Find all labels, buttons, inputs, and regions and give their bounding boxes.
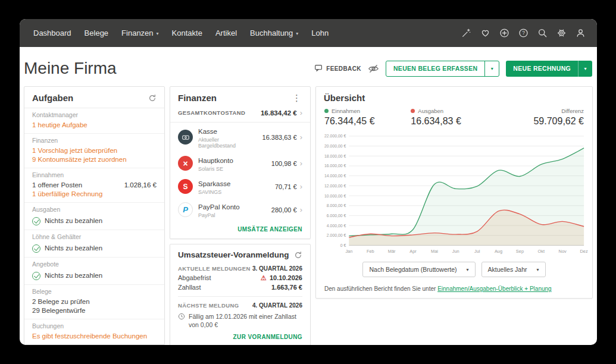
new-invoice-dropdown[interactable]: ▾ <box>578 61 592 77</box>
nav-artikel[interactable]: Artikel <box>209 25 243 41</box>
svg-text:Jun: Jun <box>452 249 459 254</box>
nav-belege[interactable]: Belege <box>78 25 115 41</box>
svg-text:Jul: Jul <box>474 249 480 254</box>
expenses-dot-icon <box>411 109 415 113</box>
gear-icon[interactable] <box>554 25 570 41</box>
solaris-bank-icon: × <box>178 156 193 171</box>
tasks-card-title: Aufgaben <box>32 93 73 103</box>
cash-icon <box>178 130 193 145</box>
divider <box>178 296 302 297</box>
refresh-icon[interactable] <box>294 251 302 259</box>
dashboard-content: Aufgaben Kontaktmanager 1 heutige Aufgab… <box>20 86 597 345</box>
vat-card-title: Umsatzsteuer-Voranmeldung <box>178 250 289 259</box>
account-row-kasse[interactable]: Kasse Aktueller Bargeldbestand 16.383,63… <box>170 123 310 152</box>
eye-off-icon[interactable] <box>368 63 379 74</box>
feedback-button[interactable]: FEEDBACK <box>314 64 361 74</box>
new-invoice-button[interactable]: NEUE RECHNUNG <box>506 61 578 77</box>
svg-text:12.000,00 €: 12.000,00 € <box>324 184 346 188</box>
stat-income: Einnahmen 76.344,45 € <box>324 108 411 127</box>
plus-circle-icon[interactable] <box>496 25 512 41</box>
nav-dashboard[interactable]: Dashboard <box>27 25 78 41</box>
check-circle-icon <box>32 244 40 253</box>
vat-deadline-row: Abgabefrist ⚠10.10.2026 <box>170 273 310 283</box>
clock-icon <box>178 313 185 320</box>
overview-card: Übersicht Einnahmen 76.344,45 € Ausgaben… <box>315 86 593 299</box>
kebab-menu-icon[interactable]: ⋮ <box>291 93 302 102</box>
sparkasse-bank-icon: S <box>178 179 193 194</box>
chevron-right-icon: › <box>300 206 302 214</box>
chevron-down-icon: ▾ <box>157 31 159 36</box>
middle-column: Finanzen ⋮ GESAMTKONTOSTAND 16.834,42 €›… <box>170 86 311 345</box>
task-row-open-item[interactable]: 1 offener Posten 1.028,16 € <box>32 181 157 190</box>
chevron-down-icon: ▾ <box>296 31 298 36</box>
overview-card-title: Übersicht <box>324 93 365 103</box>
vat-card-header: Umsatzsteuer-Voranmeldung <box>170 244 310 264</box>
finances-card: Finanzen ⋮ GESAMTKONTOSTAND 16.834,42 €›… <box>170 86 311 239</box>
help-icon[interactable]: ? <box>515 25 531 41</box>
task-item-done: Nichts zu bezahlen <box>32 270 157 281</box>
nav-buchhaltung[interactable]: Buchhaltung▾ <box>243 25 305 41</box>
nav-finanzen[interactable]: Finanzen▾ <box>115 25 165 41</box>
task-section-loehne: Löhne & Gehälter Nichts zu bezahlen <box>24 230 164 258</box>
total-balance-row[interactable]: GESAMTKONTOSTAND 16.834,42 €› <box>170 108 310 123</box>
warning-icon: ⚠ <box>261 275 267 281</box>
task-link[interactable]: 29 Belegentwürfe <box>32 306 157 315</box>
header-actions: FEEDBACK NEUEN BELEG ERFASSEN ▾ NEUE REC… <box>314 61 592 77</box>
chevron-right-icon: › <box>300 133 302 141</box>
svg-text:22.000,00 €: 22.000,00 € <box>324 134 346 138</box>
paypal-icon: P <box>178 202 193 217</box>
task-link[interactable]: 1 überfällige Rechnung <box>32 190 157 199</box>
task-item-done: Nichts zu bezahlen <box>32 215 157 226</box>
finances-card-header: Finanzen ⋮ <box>170 87 310 108</box>
svg-text:2.000,00 €: 2.000,00 € <box>327 233 346 237</box>
svg-text:Apr: Apr <box>409 249 417 254</box>
task-section-belege: Belege 2 Belege zu prüfen 29 Belegentwür… <box>24 285 164 319</box>
magic-wand-icon[interactable] <box>458 25 474 41</box>
heart-icon[interactable] <box>477 25 493 41</box>
nav-icons: ? <box>458 25 589 41</box>
account-row-sparkasse[interactable]: S Sparkasse SAVINGS 70,71 €› <box>170 175 310 198</box>
task-link[interactable]: 1 heutige Aufgabe <box>32 121 157 130</box>
svg-text:Sep: Sep <box>516 249 524 254</box>
account-row-paypal[interactable]: P PayPal Konto PayPal 280,00 €› <box>170 198 310 221</box>
filter-belegdatum-select[interactable]: Nach Belegdatum (Bruttowerte) ▾ <box>362 262 475 277</box>
svg-text:Aug: Aug <box>495 249 502 254</box>
chevron-down-icon: ▾ <box>491 66 493 71</box>
search-icon[interactable] <box>534 25 551 41</box>
nav-kontakte[interactable]: Kontakte <box>165 25 209 41</box>
chevron-right-icon: › <box>300 183 302 190</box>
account-row-hauptkonto[interactable]: × Hauptkonto Solaris SE 100,98 €› <box>170 152 310 175</box>
task-section-einnahmen: Einnahmen 1 offener Posten 1.028,16 € 1 … <box>24 168 164 203</box>
svg-text:Feb: Feb <box>367 249 374 254</box>
task-section-ausgaben: Ausgaben Nichts zu bezahlen <box>24 203 164 230</box>
overview-stats: Einnahmen 76.344,45 € Ausgaben 16.634,83… <box>316 108 592 130</box>
filter-year-select[interactable]: Aktuelles Jahr ▾ <box>481 262 546 277</box>
chevron-down-icon: ▾ <box>467 267 469 272</box>
nav-items: Dashboard Belege Finanzen▾ Kontakte Arti… <box>27 25 335 41</box>
refresh-icon[interactable] <box>148 94 157 102</box>
nav-lohn[interactable]: Lohn <box>305 25 335 41</box>
income-dot-icon <box>324 109 329 113</box>
new-receipt-button[interactable]: NEUEN BELEG ERFASSEN <box>386 61 484 76</box>
task-link[interactable]: 1 Vorschlag jetzt überprüfen <box>32 146 157 155</box>
vat-next-row: NÄCHSTE MELDUNG 4. QUARTAL 2026 <box>170 301 310 310</box>
new-receipt-dropdown[interactable]: ▾ <box>484 61 499 76</box>
vat-report-link[interactable]: ZUR VORANMELDUNG <box>170 329 310 345</box>
app-window: Dashboard Belege Finanzen▾ Kontakte Arti… <box>20 19 597 345</box>
top-nav: Dashboard Belege Finanzen▾ Kontakte Arti… <box>20 19 597 47</box>
chevron-down-icon: ▾ <box>584 66 586 71</box>
overview-card-header: Übersicht <box>316 87 592 108</box>
user-icon[interactable] <box>573 25 589 41</box>
svg-text:18.000,00 €: 18.000,00 € <box>324 154 346 158</box>
task-link[interactable]: Es gibt festzuschreibende Buchungen <box>32 332 157 341</box>
task-section-buchungen: Buchungen Es gibt festzuschreibende Buch… <box>24 319 164 344</box>
report-link[interactable]: Einnahmen/Ausgaben-Überblick + Planung <box>437 285 552 292</box>
vat-current-row: AKTUELLE MELDUNGEN 3. QUARTAL 2026 <box>170 264 310 273</box>
new-invoice-split-button: NEUE RECHNUNG ▾ <box>506 61 592 77</box>
task-link[interactable]: 9 Kontoumsätze jetzt zuordnen <box>32 155 157 164</box>
task-section-angebote: Angebote Nichts zu bezahlen <box>24 258 164 285</box>
page-title: Meine Firma <box>24 59 117 78</box>
svg-text:?: ? <box>522 30 525 36</box>
task-link[interactable]: 2 Belege zu prüfen <box>32 297 157 306</box>
show-transactions-link[interactable]: UMSÄTZE ANZEIGEN <box>170 221 310 239</box>
